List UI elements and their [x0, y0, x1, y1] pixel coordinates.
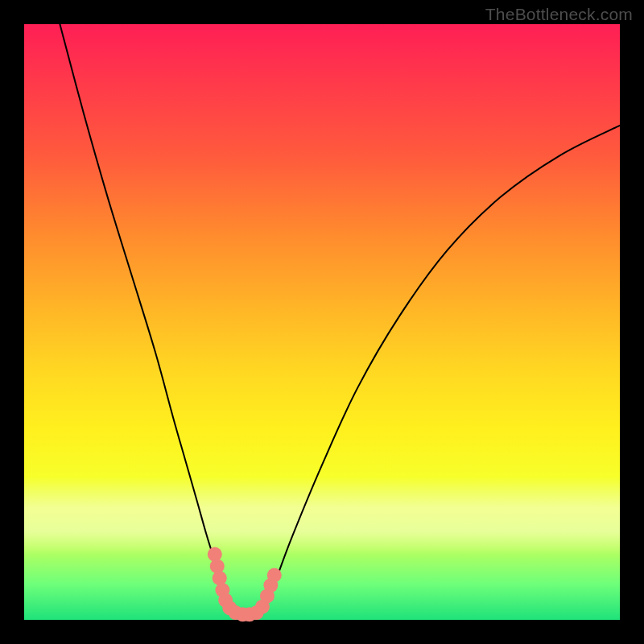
curve-layer [60, 24, 620, 614]
series-left-curve [60, 24, 235, 614]
curves-svg [24, 24, 620, 620]
marker-layer [208, 547, 282, 622]
marker-bottom-pink-segment [208, 547, 282, 622]
plot-area [24, 24, 620, 620]
series-right-curve [262, 126, 620, 614]
marker-dot [267, 568, 282, 583]
marker-dot [208, 547, 222, 562]
watermark-text: TheBottleneck.com [485, 5, 633, 24]
marker-dot [210, 559, 225, 573]
chart-frame: TheBottleneck.com [0, 0, 644, 644]
